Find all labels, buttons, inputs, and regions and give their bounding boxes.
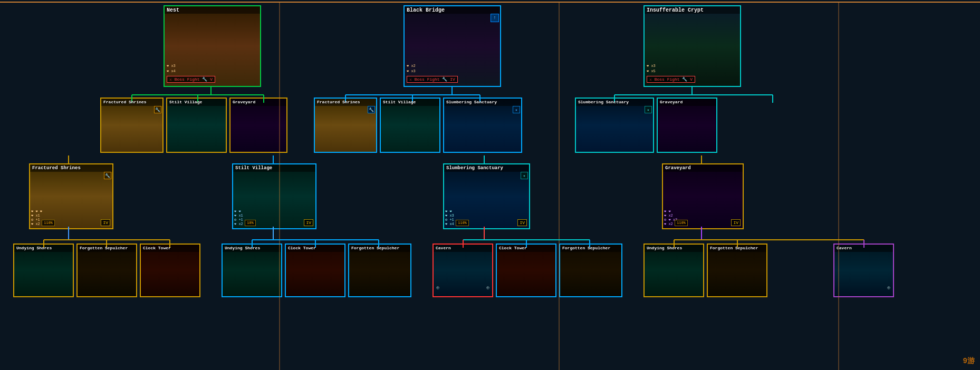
black-bridge-title: Black Bridge: [407, 7, 498, 13]
fs-undying-title: Undying Shores: [16, 246, 71, 250]
nest-boss-badge: ⚔ Boss Fight 🔧 V: [167, 76, 215, 83]
nest-stilt-card[interactable]: Stilt Village: [166, 98, 227, 153]
insufferable-crypt-boss-card[interactable]: Insufferable Crypt ⚔ Boss Fight 🔧 V ❤ x3…: [643, 5, 741, 87]
fractured-shrines-large-card[interactable]: Fractured Shrines 🔧 ❤ ❤ ❤❤ x1⚙ +1❤ x2 11…: [29, 163, 113, 229]
fs-forgotten-card[interactable]: Forgotten Sepulcher: [76, 244, 137, 297]
sl-pct: 110%: [456, 220, 469, 226]
bb-slumbering-card[interactable]: Slumbering Sanctuary ✦: [443, 98, 522, 153]
fs-forgotten-title: Forgotten Sepulcher: [80, 246, 134, 250]
nest-fractured-card[interactable]: Fractured Shrines 🔧: [100, 98, 164, 153]
sv-forgotten-title: Forgotten Sepulcher: [351, 246, 408, 250]
ic-graveyard-card[interactable]: Graveyard: [657, 98, 717, 153]
watermark: 9游: [963, 356, 975, 366]
n-gy-title: Graveyard: [233, 100, 284, 104]
ic-slumbering-card[interactable]: Slumbering Sanctuary ✦: [575, 98, 654, 153]
sv-pct: 10%: [245, 220, 256, 226]
frac-pct: 110%: [42, 220, 55, 226]
slumbering-large-card[interactable]: Slumbering Sanctuary ✦ ❤ ❤❤ x3⚙ +1❤ x4 1…: [443, 163, 530, 229]
gy-cavern-title: Cavern: [837, 246, 891, 250]
sv-clock-card[interactable]: Clock Tower: [285, 244, 345, 297]
nest-boss-card[interactable]: Nest ⚔ Boss Fight 🔧 V ❤ x3❤ x4: [164, 5, 261, 87]
bb-slumb-title: Slumbering Sanctuary: [446, 100, 519, 104]
ic-slumb-title: Slumbering Sanctuary: [578, 100, 651, 104]
sl-forgotten-card[interactable]: Forgotten Sepulcher: [559, 244, 622, 297]
bb-stilt-card[interactable]: Stilt Village: [380, 98, 440, 153]
gy-forgotten-card[interactable]: Forgotten Sepulcher: [707, 244, 767, 297]
bb-stats: ❤ x2❤ x3: [407, 64, 416, 74]
nest-title: Nest: [167, 7, 258, 13]
gy-pct: 110%: [675, 220, 688, 226]
sv-lg-title: Stilt Village: [235, 165, 313, 171]
gy-undying-card[interactable]: Undying Shores: [643, 244, 704, 297]
fs-clock-title: Clock Tower: [143, 246, 197, 250]
frac-level: IV: [101, 219, 110, 226]
sl-clock-title: Clock Tower: [499, 246, 553, 250]
ic-title: Insufferable Crypt: [647, 7, 738, 13]
nest-stats: ❤ x3❤ x4: [167, 64, 176, 74]
sv-undying-title: Undying Shores: [225, 246, 279, 250]
gy-forgotten-title: Forgotten Sepulcher: [710, 246, 764, 250]
sl-cavern-card[interactable]: Cavern ⊕ ⊕: [433, 244, 493, 297]
gy-lg-title: Graveyard: [665, 165, 741, 171]
fs-clock-card[interactable]: Clock Tower: [140, 244, 200, 297]
graveyard-large-card[interactable]: Graveyard ❤ ❤❤ x2⚙ ❤ x3❤ x2 110% IV: [662, 163, 744, 229]
stilt-village-large-card[interactable]: Stilt Village ❤ ❤❤ x1⚙ +1❤ x2 10% IV: [232, 163, 316, 229]
sv-level: IV: [304, 219, 313, 226]
sv-undying-card[interactable]: Undying Shores: [222, 244, 282, 297]
bb-frac-title: Fractured Shrines: [317, 100, 374, 104]
sv-clock-title: Clock Tower: [288, 246, 342, 250]
sl-forgotten-title: Forgotten Sepulcher: [562, 246, 619, 250]
sl-lg-title: Slumbering Sanctuary: [446, 165, 527, 171]
ic-gy-title: Graveyard: [660, 100, 714, 104]
nest-graveyard-card[interactable]: Graveyard: [229, 98, 287, 153]
ic-boss-badge: ⚔ Boss Fight 🔧 V: [647, 76, 695, 83]
sl-clock-card[interactable]: Clock Tower: [496, 244, 556, 297]
fs-undying-card[interactable]: Undying Shores: [13, 244, 74, 297]
bb-stilt-title: Stilt Village: [383, 100, 437, 104]
n-frac-title: Fractured Shrines: [103, 100, 160, 104]
gy-undying-title: Undying Shores: [647, 246, 701, 250]
bb-boss-badge: ⚔ Boss Fight 🔧 IV: [407, 76, 458, 83]
n-stilt-title: Stilt Village: [169, 100, 224, 104]
gy-cavern-card[interactable]: Cavern ⊕: [833, 244, 894, 297]
frac-lg-title: Fractured Shrines: [32, 165, 110, 171]
ic-stats: ❤ x3❤ x5: [647, 64, 656, 74]
sl-level: IV: [517, 219, 527, 226]
sv-forgotten-card[interactable]: Forgotten Sepulcher: [348, 244, 411, 297]
gy-level: IV: [731, 219, 741, 226]
sl-cavern-title: Cavern: [436, 246, 490, 250]
bb-fractured-card[interactable]: Fractured Shrines 🔧: [314, 98, 377, 153]
black-bridge-boss-card[interactable]: Black Bridge ↑ ⚔ Boss Fight 🔧 IV ❤ x2❤ x…: [403, 5, 501, 87]
